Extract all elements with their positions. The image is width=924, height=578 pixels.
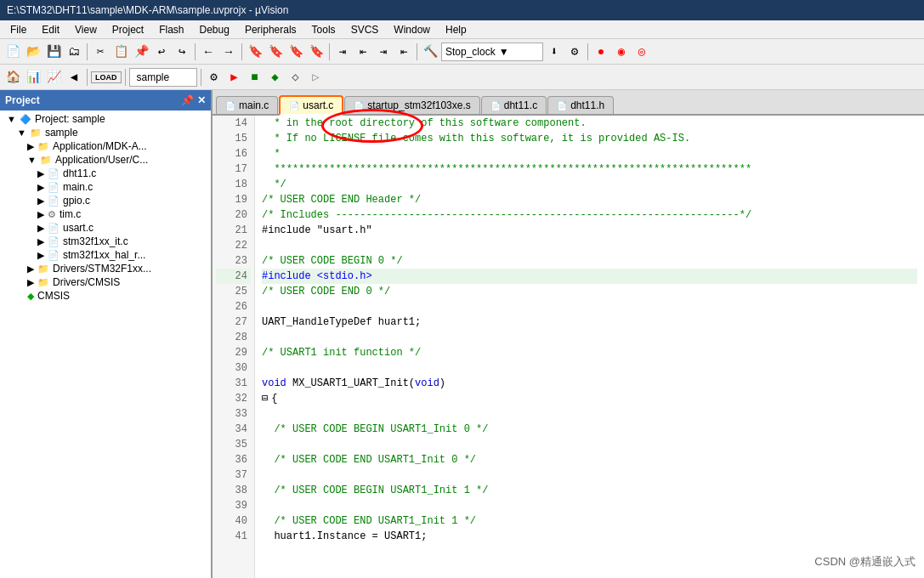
tab-dht11h[interactable]: 📄 dht11.h [547,96,614,114]
save-btn[interactable]: 💾 [44,42,63,61]
close-panel-icon[interactable]: ✕ [197,94,206,106]
build-btn[interactable]: 🔨 [421,42,439,61]
cut-btn[interactable]: ✂ [91,42,110,61]
project-header-icons: 📌 ✕ [181,94,206,106]
linenum-32: 32 [216,391,251,406]
tab-usartc[interactable]: 📄 usart.c [279,95,343,116]
code-line-22 [262,238,917,253]
target-dropdown[interactable]: Stop_clock ▼ [441,42,543,61]
paste-btn[interactable]: 📌 [132,42,150,61]
menu-debug[interactable]: Debug [193,22,236,37]
line-numbers: 14 15 16 17 18 19 20 21 22 23 24 25 26 2… [213,116,255,578]
tree-label-sample: sample [45,127,78,139]
linenum-28: 28 [216,330,251,345]
redo-btn[interactable]: ↪ [173,42,191,61]
debug-start-btn[interactable]: ● [592,42,610,61]
tab-mainc[interactable]: 📄 main.c [216,96,278,114]
menu-help[interactable]: Help [439,22,473,37]
menu-window[interactable]: Window [387,22,437,37]
proj-btn1[interactable]: 🏠 [3,68,22,87]
menu-btn3[interactable]: ◇ [286,68,305,87]
project-name-field[interactable]: sample [129,68,197,87]
file-timc-icon: ⚙ [48,209,56,220]
tab-label-startup: startup_stm32f103xe.s [367,99,470,111]
code-editor[interactable]: 14 15 16 17 18 19 20 21 22 23 24 25 26 2… [213,116,924,578]
indent4-btn[interactable]: ⇤ [394,42,413,61]
tree-item-user[interactable]: ▼ 📁 Application/User/C... [0,153,211,167]
linenum-19: 19 [216,192,251,207]
menu-svcs[interactable]: SVCS [344,22,386,37]
menu-edit[interactable]: Edit [35,22,66,37]
nav-fwd-btn[interactable]: → [219,42,238,61]
indent2-btn[interactable]: ⇤ [354,42,372,61]
undo-btn[interactable]: ↩ [152,42,171,61]
tab-file-icon-dht11c: 📄 [490,101,501,110]
debug-reset-btn[interactable]: ◎ [632,42,651,61]
tree-item-dht11c[interactable]: ▶ 📄 dht11.c [0,167,211,180]
config-btn[interactable]: ⚙ [205,68,224,87]
code-line-34: /* USER CODE BEGIN USART1_Init 0 */ [262,422,917,437]
dropdown-arrow-icon[interactable]: ▼ [499,46,509,58]
menu-view[interactable]: View [68,22,104,37]
linenum-41: 41 [216,529,251,544]
menu-peripherals[interactable]: Peripherals [238,22,303,37]
tree-item-gpioc[interactable]: ▶ 📄 gpio.c [0,194,211,207]
menu-tools[interactable]: Tools [305,22,343,37]
bookmark-btn[interactable]: 🔖 [246,42,264,61]
bookmark3-btn[interactable]: 🔖 [286,42,305,61]
tree-item-stm32hal[interactable]: ▶ 📄 stm32f1xx_hal_r... [0,248,211,262]
open-file-btn[interactable]: 📂 [24,42,43,61]
options-btn[interactable]: ⚙ [565,42,584,61]
bookmark4-btn[interactable]: 🔖 [307,42,326,61]
watermark: CSDN @精通嵌入式 [814,554,915,570]
indent-btn[interactable]: ⇥ [333,42,352,61]
menu-file[interactable]: File [3,22,33,37]
stop-btn[interactable]: ■ [246,68,264,87]
code-line-31: void MX_USART1_UART_Init(void) [262,376,917,391]
project-panel: Project 📌 ✕ ▼ 🔷 Project: sample ▼ 📁 samp… [0,90,213,578]
pin-icon[interactable]: 📌 [181,94,194,106]
copy-btn[interactable]: 📋 [111,42,130,61]
tree-item-mainc[interactable]: ▶ 📄 main.c [0,180,211,194]
diamond-icon: ◆ [27,291,34,302]
code-line-14: * in the root directory of this software… [262,116,917,131]
tree-item-mdk[interactable]: ▶ 📁 Application/MDK-A... [0,139,211,153]
menu-btn4[interactable]: ▷ [307,68,326,87]
nav-back-btn[interactable]: ← [199,42,218,61]
proj-btn3[interactable]: 📈 [44,68,63,87]
tree-label-project: Project: sample [35,113,105,125]
expand-icon-timc: ▶ [37,209,44,220]
debug-stop-btn[interactable]: ◉ [612,42,631,61]
bookmark2-btn[interactable]: 🔖 [266,42,285,61]
load-button[interactable]: LOAD [91,71,122,83]
linenum-39: 39 [216,498,251,513]
tree-item-usartc[interactable]: ▶ 📄 usart.c [0,221,211,235]
code-line-39 [262,498,917,513]
tab-dht11c[interactable]: 📄 dht11.c [481,96,547,114]
code-content[interactable]: * in the root directory of this software… [255,116,924,578]
tree-item-cmsis[interactable]: ◆ CMSIS [0,289,211,303]
tab-label-usartc: usart.c [303,99,333,111]
tree-label-mdk: Application/MDK-A... [53,140,147,152]
save-all-btn[interactable]: 🗂 [65,42,83,61]
indent3-btn[interactable]: ⇥ [374,42,393,61]
tree-item-drivers-stm[interactable]: ▶ 📁 Drivers/STM32F1xx... [0,262,211,275]
menu-project[interactable]: Project [105,22,150,37]
file-gpioc-icon: 📄 [48,196,60,207]
tree-label-dstm: Drivers/STM32F1xx... [53,263,151,275]
download-btn[interactable]: ⬇ [545,42,564,61]
tree-item-stm32it[interactable]: ▶ 📄 stm32f1xx_it.c [0,235,211,248]
run-btn[interactable]: ▶ [225,68,244,87]
menu-flash[interactable]: Flash [152,22,190,37]
tree-item-timc[interactable]: ▶ ⚙ tim.c [0,207,211,221]
tree-label-mainc: main.c [63,181,93,193]
proj-btn2[interactable]: 📊 [24,68,43,87]
tree-item-project[interactable]: ▼ 🔷 Project: sample [0,112,211,126]
menu-btn2[interactable]: ◆ [266,68,285,87]
code-line-37 [262,468,917,483]
tree-item-sample[interactable]: ▼ 📁 sample [0,126,211,139]
tree-item-drivers-cmsis[interactable]: ▶ 📁 Drivers/CMSIS [0,275,211,289]
proj-btn4[interactable]: ◀ [65,68,83,87]
tab-startup[interactable]: 📄 startup_stm32f103xe.s [344,96,479,114]
new-file-btn[interactable]: 📄 [3,42,22,61]
